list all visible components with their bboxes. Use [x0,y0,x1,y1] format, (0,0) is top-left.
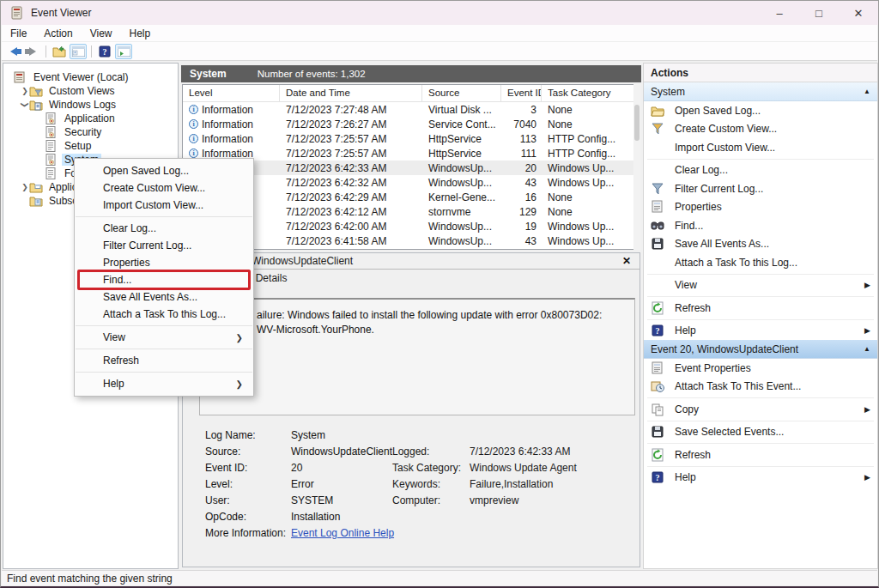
action-label: Filter Current Log... [675,183,763,195]
close-preview-icon[interactable]: ✕ [622,255,631,267]
tree-item-event-viewer-local-[interactable]: Event Viewer (Local) [3,70,178,84]
column-header-source[interactable]: Source [422,85,501,101]
action-label: Import Custom View... [675,142,775,154]
titlebar: Event Viewer – □ ✕ [1,1,878,25]
source-cell: Service Cont... [422,118,501,130]
minimize-button[interactable]: – [760,1,799,25]
action-properties[interactable]: Properties [644,198,877,217]
task-category-cell: HTTP Config... [542,133,640,145]
back-icon[interactable] [5,44,22,59]
column-header-date-and-time[interactable]: Date and Time [280,85,422,101]
action-clear-log-[interactable]: Clear Log... [644,161,877,180]
menu-item-label: Refresh [103,355,139,367]
column-header-task-category[interactable]: Task Category [542,85,640,101]
action-help[interactable]: ?Help▶ [644,322,877,341]
context-menu-save-all-events-as-[interactable]: Save All Events As... [75,288,253,306]
close-button[interactable]: ✕ [839,1,878,25]
context-menu-view[interactable]: View❯ [75,329,253,346]
menu-item-label: Filter Current Log... [103,239,191,252]
menu-view[interactable]: View [82,26,121,41]
action-attach-task-to-this-event-[interactable]: Attach Task To This Event... [644,378,877,397]
tab-details[interactable]: Details [256,272,288,284]
menu-item-label: Open Saved Log... [103,165,189,177]
separator [647,443,874,444]
context-menu-create-custom-view-[interactable]: Create Custom View... [75,179,253,197]
chevron-right-icon[interactable]: ❯ [21,87,29,95]
table-row[interactable]: iInformation7/12/2023 7:25:57 AMHttpServ… [183,131,640,146]
tree-item-setup[interactable]: Setup [3,139,178,153]
action-find-[interactable]: Find... [644,216,877,235]
copy-icon [651,403,664,416]
menu-item-label: Clear Log... [103,222,156,234]
action-open-saved-log-[interactable]: Open Saved Log... [644,101,877,120]
menu-action[interactable]: Action [35,26,81,41]
context-menu-filter-current-log-[interactable]: Filter Current Log... [75,237,253,254]
actions-section-header[interactable]: System▲ [644,82,877,101]
table-row[interactable]: iInformation7/12/2023 7:27:48 AMVirtual … [183,102,640,117]
context-menu-import-custom-view-[interactable]: Import Custom View... [75,197,253,214]
action-save-all-events-as-[interactable]: Save All Events As... [644,235,877,254]
separator [76,372,252,373]
action-view[interactable]: View▶ [644,276,877,295]
menu-file[interactable]: File [2,26,35,41]
folder-services-icon [29,181,43,193]
help-icon[interactable]: ? [96,44,113,59]
event-viewer-app-icon [10,6,24,20]
context-menu-attach-a-task-to-this-log-[interactable]: Attach a Task To this Log... [75,306,253,323]
tree-item-application[interactable]: Application [3,112,178,125]
context-menu-clear-log-[interactable]: Clear Log... [75,220,253,237]
action-import-custom-view-[interactable]: Import Custom View... [644,138,877,157]
chevron-down-icon[interactable]: ❯ [21,100,29,109]
chevron-right-icon[interactable]: ❯ [21,183,29,191]
column-header-event-id[interactable]: Event ID [501,85,542,101]
menu-item-label: Create Custom View... [103,182,205,194]
submenu-arrow-icon: ❯ [236,379,243,389]
action-attach-a-task-to-this-log-[interactable]: Attach a Task To this Log... [644,253,877,272]
event-log-online-help-link[interactable]: Event Log Online Help [291,527,394,539]
show-action-pane-icon[interactable] [115,44,132,59]
context-menu-refresh[interactable]: Refresh [75,352,253,369]
actions-section-header[interactable]: Event 20, WindowsUpdateClient▲ [644,340,877,359]
event-count: Number of events: 1,302 [258,69,366,79]
source-cell: HttpService [422,148,501,160]
task-category-cell: None [542,104,640,116]
help-icon: ? [651,470,664,484]
field-value: Installation [291,511,340,523]
action-filter-current-log-[interactable]: Filter Current Log... [644,179,877,198]
tree-item-windows-logs[interactable]: ❯Windows Logs [3,98,178,112]
forward-icon[interactable] [24,44,41,59]
tree-item-security[interactable]: Security [3,125,178,139]
action-label: Attach a Task To this Log... [675,257,797,269]
maximize-button[interactable]: □ [799,1,839,25]
show-console-tree-icon[interactable] [70,44,87,59]
field-label: Source: [205,446,240,458]
tree-item-label: Event Viewer (Local) [31,71,131,83]
datetime-cell: 7/12/2023 6:42:33 AM [280,162,422,174]
action-label: Save Selected Events... [675,426,784,438]
context-menu-find-[interactable]: Find... [75,271,253,288]
action-save-selected-events-[interactable]: Save Selected Events... [644,423,877,442]
scrollbar-thumb[interactable] [634,105,640,141]
action-create-custom-view-[interactable]: Create Custom View... [644,120,877,139]
level-cell: Information [202,118,253,130]
context-menu-help[interactable]: Help❯ [75,375,253,392]
action-copy[interactable]: Copy▶ [644,400,877,419]
table-row[interactable]: iInformation7/12/2023 7:26:27 AMService … [183,117,640,131]
field-value: System [291,429,325,441]
tree-item-label: Windows Logs [46,99,118,111]
context-menu-properties[interactable]: Properties [75,254,253,271]
menu-help[interactable]: Help [121,26,160,41]
collapse-icon[interactable]: ▲ [864,345,870,353]
action-refresh[interactable]: Refresh [644,299,877,318]
action-label: Refresh [675,449,711,461]
collapse-icon[interactable]: ▲ [864,88,870,95]
open-log-icon[interactable] [51,44,68,59]
action-help[interactable]: ?Help▶ [644,469,877,488]
column-header-level[interactable]: Level [183,85,280,101]
tree-item-custom-views[interactable]: ❯Custom Views [3,84,178,98]
context-menu-open-saved-log-[interactable]: Open Saved Log... [75,162,253,179]
action-event-properties[interactable]: Event Properties [644,359,877,378]
field-label: Logged: [392,446,429,458]
action-refresh[interactable]: Refresh [644,446,877,464]
table-scrollbar[interactable] [633,84,640,250]
